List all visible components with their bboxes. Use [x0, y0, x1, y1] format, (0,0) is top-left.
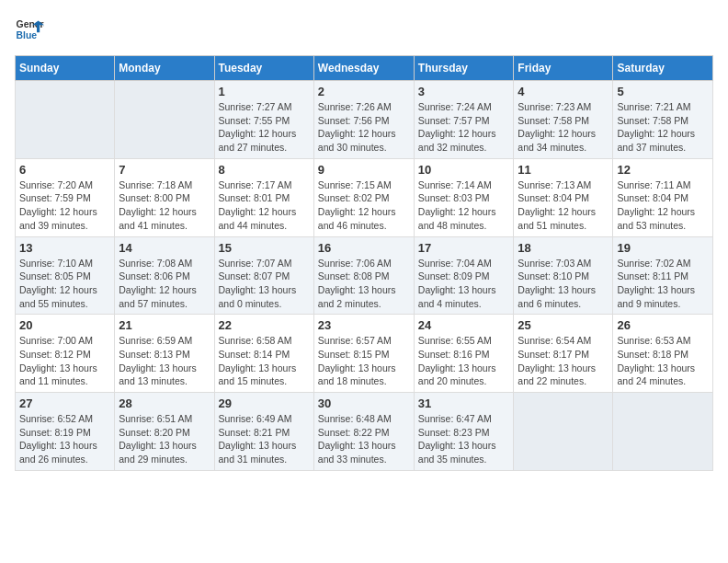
calendar-day-cell: 10Sunrise: 7:14 AM Sunset: 8:03 PM Dayli… [414, 158, 514, 236]
day-info: Sunrise: 7:18 AM Sunset: 8:00 PM Dayligh… [119, 178, 210, 233]
calendar-day-cell: 25Sunrise: 6:54 AM Sunset: 8:17 PM Dayli… [514, 315, 613, 393]
day-info: Sunrise: 7:24 AM Sunset: 7:57 PM Dayligh… [418, 100, 510, 155]
day-number: 1 [219, 85, 310, 98]
day-number: 15 [219, 241, 310, 255]
day-info: Sunrise: 7:23 AM Sunset: 7:58 PM Dayligh… [518, 100, 609, 155]
day-info: Sunrise: 7:27 AM Sunset: 7:55 PM Dayligh… [219, 100, 310, 155]
day-number: 28 [119, 396, 210, 410]
day-number: 30 [318, 396, 410, 410]
calendar-week-row: 13Sunrise: 7:10 AM Sunset: 8:05 PM Dayli… [16, 236, 713, 315]
day-number: 4 [518, 85, 609, 98]
day-info: Sunrise: 7:26 AM Sunset: 7:56 PM Dayligh… [318, 100, 410, 155]
logo: General Blue [15, 15, 44, 44]
calendar-day-cell [613, 393, 713, 471]
day-number: 6 [19, 163, 110, 177]
day-info: Sunrise: 7:13 AM Sunset: 8:04 PM Dayligh… [518, 178, 609, 233]
day-info: Sunrise: 6:49 AM Sunset: 8:21 PM Dayligh… [219, 412, 310, 466]
calendar-day-cell: 19Sunrise: 7:02 AM Sunset: 8:11 PM Dayli… [613, 236, 713, 315]
weekday-header-thursday: Thursday [414, 56, 514, 81]
calendar-day-cell: 24Sunrise: 6:55 AM Sunset: 8:16 PM Dayli… [414, 315, 514, 393]
day-info: Sunrise: 7:02 AM Sunset: 8:11 PM Dayligh… [617, 257, 709, 311]
calendar-header-row: SundayMondayTuesdayWednesdayThursdayFrid… [16, 56, 713, 81]
calendar-day-cell: 7Sunrise: 7:18 AM Sunset: 8:00 PM Daylig… [115, 158, 214, 236]
day-number: 26 [617, 318, 709, 332]
calendar-day-cell: 14Sunrise: 7:08 AM Sunset: 8:06 PM Dayli… [115, 236, 214, 315]
day-number: 9 [318, 163, 410, 177]
day-number: 12 [617, 163, 709, 177]
day-info: Sunrise: 6:57 AM Sunset: 8:15 PM Dayligh… [318, 334, 410, 388]
calendar-day-cell: 11Sunrise: 7:13 AM Sunset: 8:04 PM Dayli… [514, 158, 613, 236]
day-info: Sunrise: 6:58 AM Sunset: 8:14 PM Dayligh… [219, 334, 310, 388]
calendar-table: SundayMondayTuesdayWednesdayThursdayFrid… [15, 55, 713, 471]
calendar-day-cell: 17Sunrise: 7:04 AM Sunset: 8:09 PM Dayli… [414, 236, 514, 315]
weekday-header-friday: Friday [514, 56, 613, 81]
day-info: Sunrise: 6:55 AM Sunset: 8:16 PM Dayligh… [418, 334, 510, 388]
weekday-header-tuesday: Tuesday [214, 56, 313, 81]
day-info: Sunrise: 7:10 AM Sunset: 8:05 PM Dayligh… [19, 257, 110, 311]
day-info: Sunrise: 6:51 AM Sunset: 8:20 PM Dayligh… [119, 412, 210, 466]
calendar-day-cell: 27Sunrise: 6:52 AM Sunset: 8:19 PM Dayli… [16, 393, 115, 471]
day-info: Sunrise: 7:17 AM Sunset: 8:01 PM Dayligh… [219, 178, 310, 233]
logo-icon: General Blue [15, 15, 44, 44]
calendar-day-cell: 16Sunrise: 7:06 AM Sunset: 8:08 PM Dayli… [313, 236, 414, 315]
day-info: Sunrise: 6:47 AM Sunset: 8:23 PM Dayligh… [418, 412, 510, 466]
weekday-header-sunday: Sunday [16, 56, 115, 81]
weekday-header-monday: Monday [115, 56, 214, 81]
day-number: 14 [119, 241, 210, 255]
svg-text:Blue: Blue [17, 30, 38, 40]
calendar-day-cell [115, 81, 214, 159]
day-info: Sunrise: 7:20 AM Sunset: 7:59 PM Dayligh… [19, 178, 110, 233]
calendar-day-cell: 4Sunrise: 7:23 AM Sunset: 7:58 PM Daylig… [514, 81, 613, 159]
calendar-day-cell: 6Sunrise: 7:20 AM Sunset: 7:59 PM Daylig… [16, 158, 115, 236]
day-info: Sunrise: 6:48 AM Sunset: 8:22 PM Dayligh… [318, 412, 410, 466]
weekday-header-wednesday: Wednesday [313, 56, 414, 81]
day-number: 10 [418, 163, 510, 177]
day-number: 2 [318, 85, 410, 98]
calendar-day-cell: 26Sunrise: 6:53 AM Sunset: 8:18 PM Dayli… [613, 315, 713, 393]
calendar-week-row: 1Sunrise: 7:27 AM Sunset: 7:55 PM Daylig… [16, 81, 713, 159]
day-info: Sunrise: 7:11 AM Sunset: 8:04 PM Dayligh… [617, 178, 709, 233]
day-number: 23 [318, 318, 410, 332]
calendar-day-cell: 18Sunrise: 7:03 AM Sunset: 8:10 PM Dayli… [514, 236, 613, 315]
day-number: 7 [119, 163, 210, 177]
day-info: Sunrise: 7:04 AM Sunset: 8:09 PM Dayligh… [418, 257, 510, 311]
calendar-day-cell: 5Sunrise: 7:21 AM Sunset: 7:58 PM Daylig… [613, 81, 713, 159]
calendar-week-row: 20Sunrise: 7:00 AM Sunset: 8:12 PM Dayli… [16, 315, 713, 393]
day-number: 11 [518, 163, 609, 177]
calendar-day-cell: 30Sunrise: 6:48 AM Sunset: 8:22 PM Dayli… [313, 393, 414, 471]
day-number: 27 [19, 396, 110, 410]
page-header: General Blue [15, 15, 713, 44]
calendar-day-cell: 13Sunrise: 7:10 AM Sunset: 8:05 PM Dayli… [16, 236, 115, 315]
day-number: 29 [219, 396, 310, 410]
calendar-day-cell: 15Sunrise: 7:07 AM Sunset: 8:07 PM Dayli… [214, 236, 313, 315]
day-number: 17 [418, 241, 510, 255]
day-info: Sunrise: 7:14 AM Sunset: 8:03 PM Dayligh… [418, 178, 510, 233]
calendar-day-cell: 9Sunrise: 7:15 AM Sunset: 8:02 PM Daylig… [313, 158, 414, 236]
day-info: Sunrise: 7:06 AM Sunset: 8:08 PM Dayligh… [318, 257, 410, 311]
day-info: Sunrise: 6:59 AM Sunset: 8:13 PM Dayligh… [119, 334, 210, 388]
calendar-day-cell [16, 81, 115, 159]
day-info: Sunrise: 7:21 AM Sunset: 7:58 PM Dayligh… [617, 100, 709, 155]
day-info: Sunrise: 7:08 AM Sunset: 8:06 PM Dayligh… [119, 257, 210, 311]
day-number: 24 [418, 318, 510, 332]
day-number: 3 [418, 85, 510, 98]
calendar-day-cell: 22Sunrise: 6:58 AM Sunset: 8:14 PM Dayli… [214, 315, 313, 393]
day-number: 20 [19, 318, 110, 332]
day-info: Sunrise: 7:15 AM Sunset: 8:02 PM Dayligh… [318, 178, 410, 233]
day-info: Sunrise: 6:54 AM Sunset: 8:17 PM Dayligh… [518, 334, 609, 388]
calendar-week-row: 27Sunrise: 6:52 AM Sunset: 8:19 PM Dayli… [16, 393, 713, 471]
calendar-day-cell: 1Sunrise: 7:27 AM Sunset: 7:55 PM Daylig… [214, 81, 313, 159]
calendar-day-cell: 3Sunrise: 7:24 AM Sunset: 7:57 PM Daylig… [414, 81, 514, 159]
calendar-day-cell: 29Sunrise: 6:49 AM Sunset: 8:21 PM Dayli… [214, 393, 313, 471]
day-number: 16 [318, 241, 410, 255]
calendar-day-cell: 2Sunrise: 7:26 AM Sunset: 7:56 PM Daylig… [313, 81, 414, 159]
calendar-day-cell: 21Sunrise: 6:59 AM Sunset: 8:13 PM Dayli… [115, 315, 214, 393]
calendar-day-cell: 23Sunrise: 6:57 AM Sunset: 8:15 PM Dayli… [313, 315, 414, 393]
calendar-day-cell: 8Sunrise: 7:17 AM Sunset: 8:01 PM Daylig… [214, 158, 313, 236]
day-number: 21 [119, 318, 210, 332]
day-number: 5 [617, 85, 709, 98]
day-info: Sunrise: 7:07 AM Sunset: 8:07 PM Dayligh… [219, 257, 310, 311]
day-number: 22 [219, 318, 310, 332]
day-number: 13 [19, 241, 110, 255]
weekday-header-saturday: Saturday [613, 56, 713, 81]
